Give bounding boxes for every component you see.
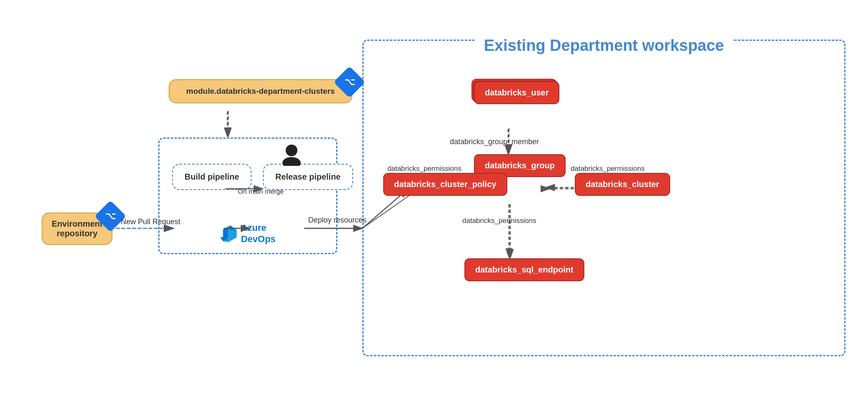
- databricks-group-label: databricks_group: [485, 161, 555, 170]
- git-icon-env: ⌥: [105, 211, 116, 222]
- svg-point-16: [282, 157, 301, 166]
- databricks-cluster-label: databricks_cluster: [586, 180, 659, 189]
- department-workspace: Existing Department workspace: [362, 40, 846, 356]
- azure-devops-logo: AzureDevOps: [220, 222, 275, 245]
- build-pipeline-label: Build pipeline: [185, 172, 239, 181]
- databricks-permissions-bottom-label: databricks_permissions: [462, 217, 536, 225]
- workspace-title: Existing Department workspace: [476, 37, 733, 55]
- env-repo-node: Environmentrepository ⌥: [42, 212, 112, 245]
- azure-devops-text: AzureDevOps: [241, 222, 275, 245]
- svg-point-15: [286, 145, 297, 156]
- release-pipeline-label: Release pipeline: [275, 172, 341, 181]
- databricks-user-label: databricks_user: [485, 88, 549, 97]
- databricks-cluster-policy-label: databricks_cluster_policy: [394, 180, 496, 189]
- env-repo-label: Environmentrepository: [52, 219, 102, 238]
- databricks-group-member-label: databricks_group_member: [450, 138, 539, 146]
- diagram-container: Existing Department workspace module.dat…: [0, 0, 868, 395]
- databricks-permissions-left-label: databricks_permissions: [387, 165, 461, 173]
- devops-box: Build pipeline On main merge Release pip…: [158, 138, 337, 254]
- databricks-cluster-policy-node: databricks_cluster_policy: [383, 173, 507, 196]
- person-icon: [280, 143, 303, 166]
- databricks-cluster-node: databricks_cluster: [575, 173, 670, 196]
- databricks-sql-endpoint-label: databricks_sql_endpoint: [475, 265, 574, 274]
- module-databricks-label: module.databricks-department-clusters: [186, 87, 335, 95]
- module-databricks-node: module.databricks-department-clusters ⌥: [169, 79, 352, 103]
- databricks-permissions-right-label: databricks_permissions: [571, 165, 645, 173]
- deploy-resources-label: Deploy resources: [308, 216, 367, 225]
- git-icon-module: ⌥: [344, 77, 354, 88]
- databricks-sql-endpoint-node: databricks_sql_endpoint: [464, 258, 584, 281]
- databricks-user-node: databricks_user: [474, 81, 559, 104]
